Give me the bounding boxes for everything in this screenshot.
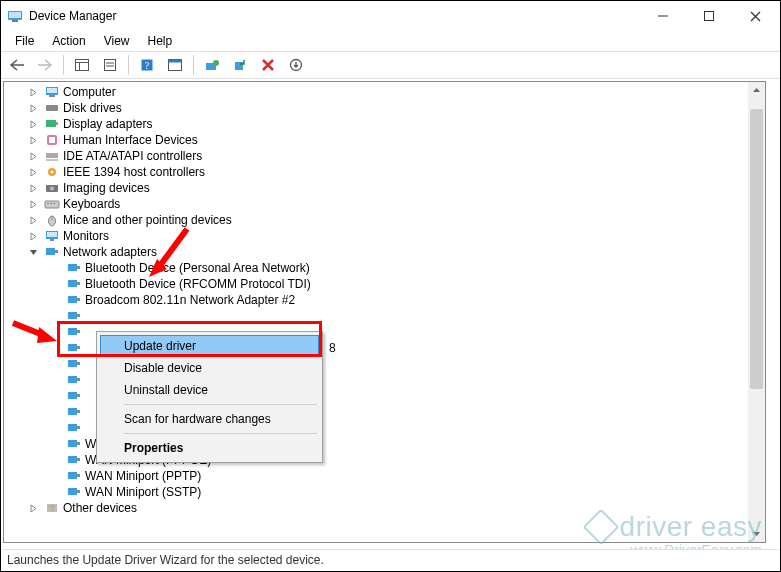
menu-help[interactable]: Help (140, 32, 181, 50)
network-adapter-icon (66, 260, 82, 276)
svg-rect-76 (77, 490, 80, 493)
expand-icon[interactable] (28, 119, 38, 129)
tool-show-hidden-button[interactable] (70, 54, 94, 76)
context-update-driver[interactable]: Update driver (100, 335, 319, 357)
scroll-track[interactable] (748, 99, 765, 525)
tree-category-display-adapters[interactable]: Display adapters (4, 116, 747, 132)
menu-bar: File Action View Help (1, 31, 780, 51)
svg-rect-56 (77, 330, 80, 333)
svg-rect-68 (77, 426, 80, 429)
svg-rect-62 (77, 378, 80, 381)
tree-category-imaging[interactable]: Imaging devices (4, 180, 747, 196)
tree-label: IDE ATA/ATAPI controllers (63, 148, 202, 164)
monitor-icon (44, 228, 60, 244)
collapse-icon[interactable] (28, 247, 38, 257)
expand-icon[interactable] (28, 503, 38, 513)
svg-rect-54 (77, 314, 80, 317)
tree-category-network-adapters[interactable]: Network adapters (4, 244, 747, 260)
device-tree[interactable]: Computer Disk drives Display adapters Hu… (4, 82, 747, 542)
tree-item-broadcom[interactable]: Broadcom 802.11n Network Adapter #2 (4, 292, 747, 308)
expand-icon[interactable] (28, 199, 38, 209)
tree-item-wan-sstp[interactable]: WAN Miniport (SSTP) (4, 484, 747, 500)
svg-rect-49 (68, 280, 77, 287)
svg-rect-46 (55, 250, 58, 253)
window-title: Device Manager (29, 9, 640, 23)
expand-icon[interactable] (28, 231, 38, 241)
expand-icon[interactable] (28, 167, 38, 177)
svg-rect-61 (68, 376, 77, 383)
tree-category-mice[interactable]: Mice and other pointing devices (4, 212, 747, 228)
svg-rect-36 (45, 201, 59, 208)
svg-rect-23 (49, 95, 55, 97)
expand-icon[interactable] (28, 183, 38, 193)
tree-item-bt-rfcomm[interactable]: Bluetooth Device (RFCOMM Protocol TDI) (4, 276, 747, 292)
tree-category-ieee1394[interactable]: IEEE 1394 host controllers (4, 164, 747, 180)
toolbar: ? (1, 51, 780, 79)
menu-file[interactable]: File (7, 32, 42, 50)
tool-uninstall-button[interactable] (256, 54, 280, 76)
svg-rect-37 (47, 203, 49, 204)
svg-point-18 (213, 60, 219, 66)
app-icon (7, 8, 23, 24)
expand-icon[interactable] (28, 215, 38, 225)
ieee1394-icon (44, 164, 60, 180)
svg-rect-24 (46, 105, 58, 111)
svg-rect-2 (12, 20, 18, 22)
menu-action[interactable]: Action (44, 32, 93, 50)
context-uninstall-device[interactable]: Uninstall device (100, 379, 319, 401)
vertical-scrollbar[interactable] (748, 82, 765, 542)
svg-rect-29 (49, 137, 55, 143)
tree-item-bt-pan[interactable]: Bluetooth Device (Personal Area Network) (4, 260, 747, 276)
tree-label: WAN Miniport (SSTP) (85, 484, 201, 500)
network-adapter-icon (66, 292, 82, 308)
toolbar-divider (128, 55, 129, 75)
close-button[interactable] (732, 1, 778, 31)
network-adapter-icon (66, 308, 82, 324)
network-adapter-icon (66, 388, 82, 404)
tree-label: Bluetooth Device (RFCOMM Protocol TDI) (85, 276, 311, 292)
tree-category-computer[interactable]: Computer (4, 84, 747, 100)
expand-icon[interactable] (28, 87, 38, 97)
tool-enable-button[interactable] (284, 54, 308, 76)
tree-item-wan-pptp[interactable]: WAN Miniport (PPTP) (4, 468, 747, 484)
tool-update-driver-button[interactable] (200, 54, 224, 76)
context-disable-device[interactable]: Disable device (100, 357, 319, 379)
tool-scan-hardware-button[interactable] (228, 54, 252, 76)
svg-rect-55 (68, 328, 77, 335)
tool-properties-button[interactable] (98, 54, 122, 76)
maximize-button[interactable] (686, 1, 732, 31)
svg-rect-73 (68, 472, 77, 479)
tree-label: Imaging devices (63, 180, 150, 196)
svg-rect-75 (68, 488, 77, 495)
context-scan-hardware[interactable]: Scan for hardware changes (100, 408, 319, 430)
tool-forward-button[interactable] (33, 54, 57, 76)
network-adapter-icon (66, 404, 82, 420)
svg-point-33 (51, 171, 54, 174)
expand-icon[interactable] (28, 103, 38, 113)
tree-category-monitors[interactable]: Monitors (4, 228, 747, 244)
tree-category-disk-drives[interactable]: Disk drives (4, 100, 747, 116)
expand-icon[interactable] (28, 135, 38, 145)
title-bar: Device Manager (1, 1, 780, 31)
svg-rect-74 (77, 474, 80, 477)
tool-back-button[interactable] (5, 54, 29, 76)
tool-help-button[interactable]: ? (135, 54, 159, 76)
other-devices-icon: ? (44, 500, 60, 516)
tree-label: Keyboards (63, 196, 120, 212)
tool-window-button[interactable] (163, 54, 187, 76)
context-menu: Update driver Disable device Uninstall d… (96, 331, 323, 463)
svg-rect-7 (76, 60, 89, 71)
expand-icon[interactable] (28, 151, 38, 161)
context-properties[interactable]: Properties (100, 437, 319, 459)
svg-text:?: ? (49, 503, 54, 513)
scroll-thumb[interactable] (750, 109, 763, 389)
scroll-up-button[interactable] (748, 82, 765, 99)
minimize-button[interactable] (640, 1, 686, 31)
network-adapter-icon (66, 452, 82, 468)
tree-category-hid[interactable]: Human Interface Devices (4, 132, 747, 148)
tree-category-ide[interactable]: IDE ATA/ATAPI controllers (4, 148, 747, 164)
tree-item-hidden[interactable] (4, 308, 747, 324)
menu-view[interactable]: View (96, 32, 138, 50)
tree-label: Display adapters (63, 116, 152, 132)
tree-category-keyboards[interactable]: Keyboards (4, 196, 747, 212)
